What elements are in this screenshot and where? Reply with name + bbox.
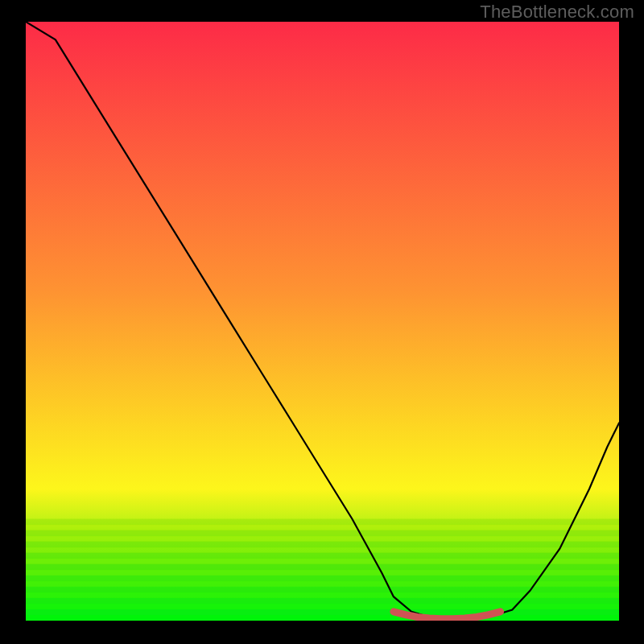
svg-rect-16: [26, 609, 619, 616]
svg-rect-7: [26, 559, 619, 565]
svg-rect-5: [26, 547, 619, 554]
svg-rect-0: [26, 519, 619, 526]
chart-frame: TheBottleneck.com: [0, 0, 644, 644]
svg-rect-10: [26, 576, 619, 582]
svg-rect-9: [26, 570, 619, 576]
svg-rect-4: [26, 542, 619, 548]
green-bands: [26, 519, 619, 621]
svg-rect-2: [26, 530, 619, 537]
svg-rect-8: [26, 564, 619, 571]
svg-rect-14: [26, 598, 619, 605]
bottleneck-chart: [26, 22, 619, 621]
svg-rect-15: [26, 604, 619, 610]
watermark-text: TheBottleneck.com: [480, 2, 634, 23]
svg-rect-17: [26, 615, 619, 621]
svg-rect-1: [26, 525, 619, 531]
svg-rect-11: [26, 581, 619, 588]
svg-rect-3: [26, 536, 619, 543]
svg-rect-13: [26, 592, 619, 599]
svg-rect-6: [26, 553, 619, 559]
